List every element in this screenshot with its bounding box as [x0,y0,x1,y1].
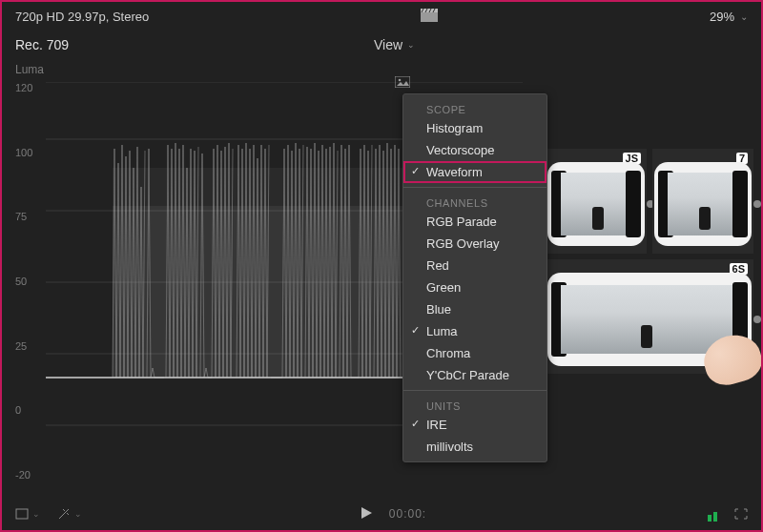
menu-item-y-cbcr-parade[interactable]: Y'CbCr Parade [403,364,546,386]
y-axis: 120 100 75 50 25 0 -20 [15,82,46,482]
scale-tool-button[interactable]: ⌄ [15,508,40,520]
menu-section-header: CHANNELS [403,192,546,211]
svg-point-13 [399,79,402,82]
play-button[interactable] [361,507,372,522]
zoom-value: 29% [710,10,734,24]
menu-item-waveform[interactable]: Waveform [403,161,546,183]
clip-thumbnail[interactable]: JS [546,149,647,254]
view-dropdown-menu: SCOPEHistogramVectorscopeWaveformCHANNEL… [402,93,547,462]
menu-section-header: UNITS [403,395,546,414]
audio-meter [706,508,717,520]
scope-channel-label: Luma [2,59,761,76]
y-tick: -20 [15,469,46,482]
chevron-down-icon: ⌄ [74,509,82,519]
browser-clips: JS 7 6S [546,149,755,374]
enhance-tool-button[interactable]: ⌄ [57,507,82,521]
menu-item-ire[interactable]: IRE [403,414,546,436]
menu-item-rgb-parade[interactable]: RGB Parade [403,211,546,233]
svg-rect-0 [421,12,438,22]
y-tick: 0 [15,404,46,418]
chevron-down-icon: ⌄ [32,509,40,519]
menu-item-millivolts[interactable]: millivolts [403,436,546,458]
y-tick: 50 [15,276,46,289]
clapperboard-icon[interactable] [421,9,438,25]
menu-item-vectorscope[interactable]: Vectorscope [403,139,546,161]
zoom-dropdown[interactable]: 29% ⌄ [710,10,748,24]
app-window: 720p HD 29.97p, Stereo 29% ⌄ Rec. 709 Vi… [0,0,763,532]
fullscreen-button[interactable] [734,508,748,520]
view-menu-button[interactable]: View ⌄ [374,37,415,52]
transport-bar: ⌄ ⌄ 00:00: [2,498,761,530]
menu-section-header: SCOPE [403,98,546,117]
y-tick: 75 [15,211,46,224]
image-icon[interactable] [395,76,410,91]
scope-header: Rec. 709 View ⌄ [2,31,761,59]
svg-rect-12 [395,76,410,88]
chevron-down-icon: ⌄ [407,40,415,50]
clip-thumbnail[interactable]: 6S [546,259,753,374]
clip-format: 720p HD 29.97p, Stereo [15,10,149,24]
menu-item-luma[interactable]: Luma [403,320,546,342]
y-tick: 25 [15,340,46,354]
svg-marker-15 [361,507,372,519]
menu-item-chroma[interactable]: Chroma [403,342,546,364]
menu-item-red[interactable]: Red [403,255,546,276]
menu-item-green[interactable]: Green [403,276,546,298]
scope-area: 120 100 75 50 25 0 -20 [2,76,761,496]
view-label: View [374,37,402,52]
y-tick: 120 [15,82,46,95]
clip-thumbnail[interactable]: 7 [652,149,753,254]
format-bar: 720p HD 29.97p, Stereo 29% ⌄ [2,2,761,31]
svg-rect-14 [16,509,28,519]
color-space-label: Rec. 709 [15,37,69,52]
menu-item-rgb-overlay[interactable]: RGB Overlay [403,233,546,255]
y-tick: 100 [15,147,46,160]
menu-item-histogram[interactable]: Histogram [403,117,546,139]
chevron-down-icon: ⌄ [740,11,748,22]
menu-item-blue[interactable]: Blue [403,298,546,320]
timecode-display[interactable]: 00:00: [389,507,426,521]
